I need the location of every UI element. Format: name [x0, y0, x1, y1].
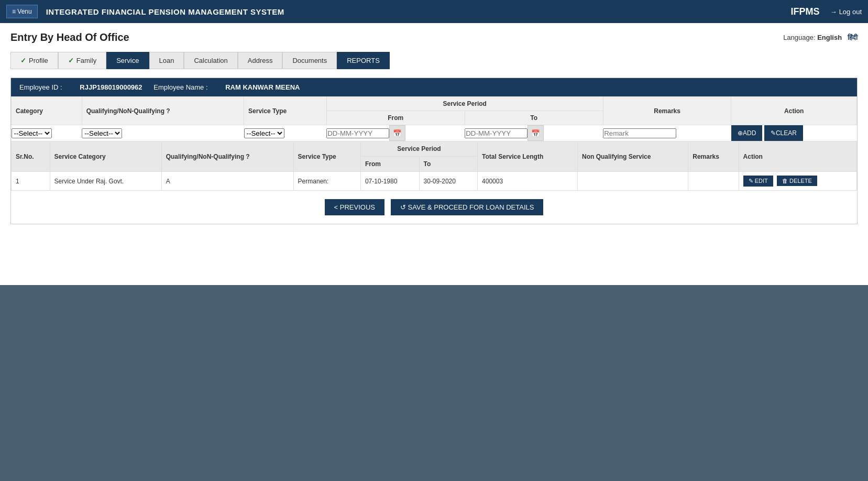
to-calendar-button[interactable]: 📅 — [528, 125, 544, 141]
previous-button[interactable]: < PREVIOUS — [325, 199, 384, 215]
qualifying-select[interactable]: --Select-- — [82, 128, 122, 138]
cell-sr-no: 1 — [12, 172, 50, 191]
header: ≡ Venu INTEGRATED FINANCIAL PENSION MANA… — [0, 0, 868, 23]
data-table: Sr.No. Service Category Qualifying/NoN-Q… — [11, 141, 857, 191]
family-check-icon: ✓ — [68, 57, 74, 64]
cell-from: 07-10-1980 — [360, 172, 419, 191]
th-qualifying: Qualifying/NoN-Qualifying ? — [82, 97, 244, 125]
tab-loan-label: Loan — [159, 57, 174, 64]
td-category-input: --Select-- — [12, 125, 82, 141]
tab-address-label: Address — [248, 57, 273, 64]
td-from-input: 📅 — [326, 125, 465, 141]
td-action-buttons: ⊕ADD ✎CLEAR — [731, 125, 857, 141]
tab-documents[interactable]: Documents — [282, 52, 337, 69]
main-content: Entry By Head Of Office Language: Englis… — [0, 23, 868, 285]
th-service-period: Service Period — [326, 97, 603, 111]
td-service-type-input: --Select-- — [244, 125, 327, 141]
edit-button[interactable]: ✎ EDIT — [743, 176, 773, 187]
table-th-to: To — [419, 157, 478, 172]
tabs-container: ✓ Profile ✓ Family Service Loan Calculat… — [10, 52, 858, 69]
add-button[interactable]: ⊕ADD — [731, 125, 762, 141]
category-select[interactable]: --Select-- — [12, 128, 52, 138]
lang-hindi-link[interactable]: हिंदी — [848, 34, 858, 41]
language-selector: Language: English हिंदी — [783, 34, 858, 42]
tab-family-label: Family — [76, 57, 96, 64]
tab-service[interactable]: Service — [106, 52, 149, 69]
tab-calculation[interactable]: Calculation — [184, 52, 237, 69]
profile-check-icon: ✓ — [20, 57, 26, 64]
th-remarks: Remarks — [603, 97, 731, 125]
th-service-type: Service Type — [244, 97, 327, 125]
tab-loan[interactable]: Loan — [149, 52, 184, 69]
service-type-select[interactable]: --Select-- — [244, 128, 284, 138]
td-remark-input — [603, 125, 731, 141]
form-container: Employee ID : RJJP198019000962 Employee … — [10, 78, 858, 224]
tab-profile[interactable]: ✓ Profile — [10, 52, 58, 69]
td-qualifying-input: --Select-- — [82, 125, 244, 141]
employee-id-label: Employee ID : — [19, 83, 62, 91]
table-th-service-period: Service Period — [360, 141, 477, 157]
page-title-row: Entry By Head Of Office Language: Englis… — [10, 31, 858, 43]
logout-label: Log out — [839, 8, 862, 16]
tab-calculation-label: Calculation — [194, 57, 227, 64]
tab-reports[interactable]: REPORTS — [337, 52, 390, 69]
bottom-buttons: < PREVIOUS ↺ SAVE & PROCEED FOR LOAN DET… — [11, 191, 857, 224]
employee-id-value: RJJP198019000962 — [80, 83, 142, 91]
lang-english-link[interactable]: English — [817, 34, 842, 41]
table-th-qualifying: Qualifying/NoN-Qualifying ? — [161, 141, 293, 172]
logout-button[interactable]: → Log out — [830, 8, 862, 16]
cell-total-service: 400003 — [478, 172, 578, 191]
table-th-action: Action — [739, 141, 856, 172]
td-to-input: 📅 — [465, 125, 603, 141]
tab-address[interactable]: Address — [238, 52, 283, 69]
tab-profile-label: Profile — [29, 57, 48, 64]
clear-button[interactable]: ✎CLEAR — [764, 125, 803, 141]
cell-service-type: Permanen: — [293, 172, 360, 191]
tab-reports-label: REPORTS — [347, 57, 380, 64]
table-th-service-category: Service Category — [50, 141, 161, 172]
cell-service-category: Service Under Raj. Govt. — [50, 172, 161, 191]
employee-name-label: Employee Name : — [153, 83, 207, 91]
logout-icon: → — [830, 8, 837, 16]
tab-documents-label: Documents — [292, 57, 327, 64]
table-th-service-type: Service Type — [293, 141, 360, 172]
page-title: Entry By Head Of Office — [10, 31, 129, 43]
cell-to: 30-09-2020 — [419, 172, 478, 191]
save-proceed-button[interactable]: ↺ SAVE & PROCEED FOR LOAN DETAILS — [391, 199, 543, 215]
cell-non-qualifying — [578, 172, 688, 191]
th-action: Action — [731, 97, 857, 125]
header-brand: IFPMS — [791, 6, 820, 17]
cell-action: ✎ EDIT 🗑 DELETE — [739, 172, 856, 191]
cell-qualifying: A — [161, 172, 293, 191]
header-title: INTEGRATED FINANCIAL PENSION MANAGEMENT … — [46, 7, 791, 16]
th-from: From — [326, 111, 465, 125]
table-th-non-qualifying: Non Qualifying Service — [578, 141, 688, 172]
table-th-from: From — [360, 157, 419, 172]
th-category: Category — [12, 97, 82, 125]
table-th-remarks: Remarks — [688, 141, 739, 172]
table-row: 1 Service Under Raj. Govt. A Permanen: 0… — [12, 172, 857, 191]
form-header-table: Category Qualifying/NoN-Qualifying ? Ser… — [11, 96, 857, 141]
to-date-input[interactable] — [465, 128, 528, 138]
remark-input[interactable] — [603, 128, 676, 138]
language-label: Language: — [783, 34, 815, 41]
footer-area — [0, 285, 868, 442]
tab-service-label: Service — [116, 57, 139, 64]
employee-bar: Employee ID : RJJP198019000962 Employee … — [11, 78, 857, 96]
tab-family[interactable]: ✓ Family — [58, 52, 106, 69]
menu-button[interactable]: ≡ Venu — [6, 5, 38, 18]
table-th-srno: Sr.No. — [12, 141, 50, 172]
from-date-input[interactable] — [326, 128, 389, 138]
table-th-total-service: Total Service Length — [478, 141, 578, 172]
employee-name-value: RAM KANWAR MEENA — [225, 83, 300, 91]
cell-remarks — [688, 172, 739, 191]
th-to: To — [465, 111, 603, 125]
from-calendar-button[interactable]: 📅 — [389, 125, 405, 141]
delete-button[interactable]: 🗑 DELETE — [777, 176, 817, 186]
